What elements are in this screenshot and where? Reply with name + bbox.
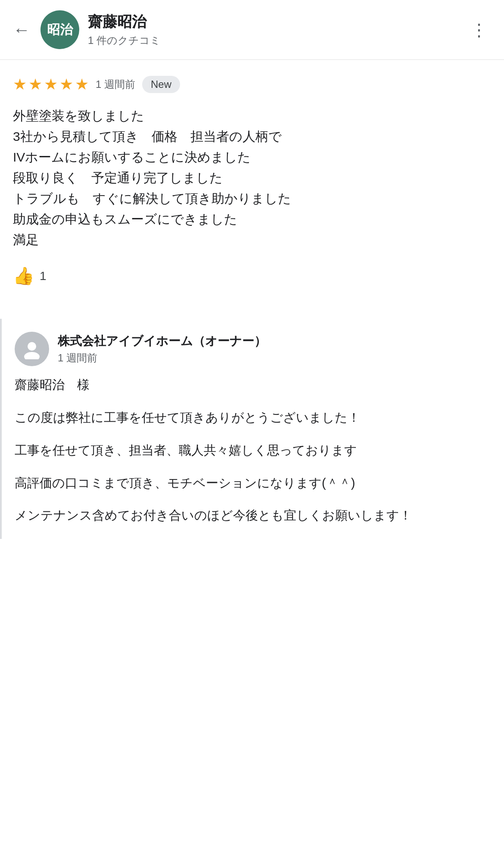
review-text: 外壁塗装を致しました3社から見積して頂き 価格 担当者の人柄でIVホームにお願い… xyxy=(13,106,491,250)
star-rating: ★ ★ ★ ★ ★ xyxy=(13,75,89,93)
star-2: ★ xyxy=(28,75,42,93)
star-5: ★ xyxy=(75,75,89,93)
review-section: ★ ★ ★ ★ ★ 1 週間前 New 外壁塗装を致しました3社から見積して頂き… xyxy=(0,60,504,319)
review-line: 段取り良く 予定通り完了しました xyxy=(13,168,491,188)
star-4: ★ xyxy=(59,75,73,93)
review-line: トラブルも すぐに解決して頂き助かりました xyxy=(13,188,491,209)
review-time: 1 週間前 xyxy=(96,78,135,91)
thumbs-up-icon[interactable]: 👍 xyxy=(13,266,34,286)
like-row: 👍 1 xyxy=(13,266,491,295)
review-line: 外壁塗装を致しました xyxy=(13,106,491,126)
like-count: 1 xyxy=(40,269,47,283)
person-icon xyxy=(22,339,42,359)
header-info: 齋藤昭治 1 件のクチコミ xyxy=(88,12,467,47)
avatar: 昭治 xyxy=(40,10,79,49)
owner-reply-paragraph: 工事を任せて頂き、担当者、職人共々嬉しく思っております xyxy=(15,440,491,461)
review-count: 1 件のクチコミ xyxy=(88,34,467,47)
owner-reply-text: 齋藤昭治 様この度は弊社に工事を任せて頂きありがとうございました！工事を任せて頂… xyxy=(15,375,491,526)
owner-reply-paragraph: 高評価の口コミまで頂き、モチベーションになります(＾＾) xyxy=(15,473,491,494)
owner-reply-paragraph: メンテナンス含めてお付き合いのほど今後とも宜しくお願いします！ xyxy=(15,505,491,526)
new-badge: New xyxy=(142,76,180,93)
owner-name: 株式会社アイブイホーム（オーナー） xyxy=(58,333,491,349)
star-1: ★ xyxy=(13,75,27,93)
owner-reply-paragraph: 齋藤昭治 様 xyxy=(15,375,491,395)
review-line: IVホームにお願いすることに決めました xyxy=(13,147,491,168)
review-line: 助成金の申込もスムーズにできました xyxy=(13,209,491,230)
owner-reply-paragraph: この度は弊社に工事を任せて頂きありがとうございました！ xyxy=(15,408,491,428)
owner-time: 1 週間前 xyxy=(58,351,491,365)
review-line: 3社から見積して頂き 価格 担当者の人柄で xyxy=(13,126,491,147)
owner-info: 株式会社アイブイホーム（オーナー） 1 週間前 xyxy=(58,333,491,365)
back-button[interactable]: ← xyxy=(13,21,30,38)
owner-header: 株式会社アイブイホーム（オーナー） 1 週間前 xyxy=(15,332,491,366)
review-line: 満足 xyxy=(13,230,491,250)
rating-row: ★ ★ ★ ★ ★ 1 週間前 New xyxy=(13,75,491,93)
owner-reply-section: 株式会社アイブイホーム（オーナー） 1 週間前 齋藤昭治 様この度は弊社に工事を… xyxy=(0,319,504,539)
user-name: 齋藤昭治 xyxy=(88,12,467,32)
svg-point-1 xyxy=(24,352,40,359)
owner-avatar xyxy=(15,332,49,366)
svg-point-0 xyxy=(28,342,36,351)
star-3: ★ xyxy=(44,75,58,93)
more-button[interactable]: ⋮ xyxy=(467,18,491,42)
header: ← 昭治 齋藤昭治 1 件のクチコミ ⋮ xyxy=(0,0,504,60)
